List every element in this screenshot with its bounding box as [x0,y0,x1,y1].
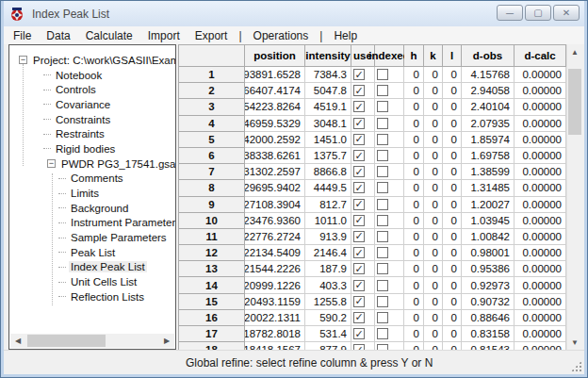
cell-position[interactable]: 20493.1159 [245,294,305,310]
cell-d-obs[interactable]: 0.95386 [462,261,514,277]
cell-position[interactable]: 38338.6261 [245,148,305,164]
cell-k[interactable]: 0 [424,67,443,83]
cell-l[interactable]: 0 [443,294,462,310]
tree-item-reflection-lists[interactable]: Reflection Lists [9,289,175,304]
menu-item-export[interactable]: Export [188,27,236,44]
menu-item-operations[interactable]: Operations [246,27,317,44]
resize-grip-icon[interactable] [570,360,582,372]
indexed-checkbox[interactable] [377,101,388,112]
cell-h[interactable]: 0 [404,294,424,310]
cell-k[interactable]: 0 [424,164,443,180]
tree-item-pwdr-pg3-17541-gsa-bank-2[interactable]: −PWDR PG3_17541.gsa Bank 2 [9,156,175,172]
cell-d-obs[interactable]: 0.92973 [462,277,514,293]
cell-l[interactable]: 0 [443,310,462,326]
tree-item-rigid-bodies[interactable]: Rigid bodies [9,141,175,156]
cell-intensity[interactable]: 5047.8 [305,83,351,99]
cell-position[interactable]: 20022.1311 [245,310,305,326]
cell-position[interactable]: 29695.9402 [245,180,305,196]
cell-l[interactable]: 0 [443,245,462,261]
menu-item-import[interactable]: Import [140,27,188,44]
cell-intensity[interactable]: 403.3 [305,277,351,293]
row-label[interactable]: 11 [178,229,245,245]
cell-d-obs[interactable]: 2.07935 [462,116,514,132]
menu-item-help[interactable]: Help [326,27,365,44]
title-bar[interactable]: Index Peak List — ▢ ✕ [4,1,584,26]
cell-k[interactable]: 0 [424,180,443,196]
cell-k[interactable]: 0 [424,116,443,132]
maximize-button[interactable]: ▢ [525,5,551,21]
cell-d-calc[interactable]: 0.00000 [514,326,566,342]
row-label[interactable]: 8 [178,180,245,196]
cell-h[interactable]: 0 [404,261,424,277]
indexed-checkbox[interactable] [377,199,388,210]
cell-k[interactable]: 0 [424,83,443,99]
cell-d-obs[interactable]: 2.40104 [462,99,514,115]
cell-intensity[interactable]: 1451.0 [305,132,351,148]
cell-k[interactable]: 0 [424,245,443,261]
use-checkbox[interactable]: ✓ [353,215,365,226]
cell-intensity[interactable]: 7384.3 [305,67,351,83]
cell-h[interactable]: 0 [404,99,424,115]
cell-h[interactable]: 0 [404,245,424,261]
cell-position[interactable]: 21544.2226 [245,261,305,277]
cell-intensity[interactable]: 812.7 [305,197,351,213]
cell-d-calc[interactable]: 0.00000 [514,245,566,261]
cell-l[interactable]: 0 [443,326,462,342]
cell-d-obs[interactable]: 1.31485 [462,180,514,196]
use-checkbox[interactable]: ✓ [353,101,365,112]
cell-intensity[interactable]: 531.4 [305,326,351,342]
vscroll-track[interactable] [567,59,582,335]
cell-d-obs[interactable]: 1.69758 [462,148,514,164]
use-checkbox[interactable]: ✓ [353,134,365,145]
indexed-checkbox[interactable] [377,280,388,291]
cell-l[interactable]: 0 [443,148,462,164]
cell-d-obs[interactable]: 0.88646 [462,310,514,326]
cell-d-calc[interactable]: 0.00000 [514,83,566,99]
cell-d-calc[interactable]: 0.00000 [514,99,566,115]
indexed-checkbox[interactable] [377,247,388,258]
cell-k[interactable]: 0 [424,326,443,342]
tree-item-covariance[interactable]: Covariance [9,97,175,112]
cell-d-calc[interactable]: 0.00000 [514,164,566,180]
cell-position[interactable]: 42000.2592 [245,132,305,148]
indexed-checkbox[interactable] [377,312,388,323]
cell-l[interactable]: 0 [443,261,462,277]
cell-h[interactable]: 0 [404,277,424,293]
cell-intensity[interactable]: 3048.1 [305,116,351,132]
use-checkbox[interactable]: ✓ [353,166,365,177]
use-checkbox[interactable]: ✓ [353,296,365,307]
cell-h[interactable]: 0 [404,310,424,326]
use-checkbox[interactable]: ✓ [353,118,365,129]
cell-position[interactable]: 54223.8264 [245,99,305,115]
scroll-left-icon[interactable]: ◀ [10,334,25,348]
cell-h[interactable]: 0 [404,148,424,164]
indexed-checkbox[interactable] [377,215,388,226]
tree-item-instrument-parameters[interactable]: Instrument Parameters [9,216,175,231]
cell-h[interactable]: 0 [404,213,424,229]
cell-h[interactable]: 0 [404,197,424,213]
column-header-d-obs[interactable]: d-obs [462,44,514,67]
cell-d-obs[interactable]: 1.85974 [462,132,514,148]
cell-k[interactable]: 0 [424,229,443,245]
cell-k[interactable]: 0 [424,294,443,310]
row-label[interactable]: 2 [178,83,245,99]
cell-k[interactable]: 0 [424,213,443,229]
cell-d-obs[interactable]: 0.81543 [462,342,514,350]
grid-vertical-scrollbar[interactable]: ▲ ▼ [566,44,582,350]
row-label[interactable]: 6 [178,148,245,164]
cell-intensity[interactable]: 187.9 [305,261,351,277]
row-label[interactable]: 13 [178,261,245,277]
cell-intensity[interactable]: 4519.1 [305,99,351,115]
cell-d-calc[interactable]: 0.00000 [514,229,566,245]
cell-d-obs[interactable]: 0.98001 [462,245,514,261]
tree-item-project-c-work-gsasii-exampl[interactable]: −Project: C:\work\GSASII\Exampl [9,53,175,68]
minimize-button[interactable]: — [497,5,523,21]
indexed-checkbox[interactable] [377,85,388,96]
column-header-k[interactable]: k [424,44,443,67]
row-label[interactable]: 14 [178,277,245,293]
cell-position[interactable]: 31302.2597 [245,164,305,180]
cell-l[interactable]: 0 [443,99,462,115]
row-label[interactable]: 9 [178,197,245,213]
cell-k[interactable]: 0 [424,148,443,164]
cell-d-calc[interactable]: 0.00000 [514,294,566,310]
